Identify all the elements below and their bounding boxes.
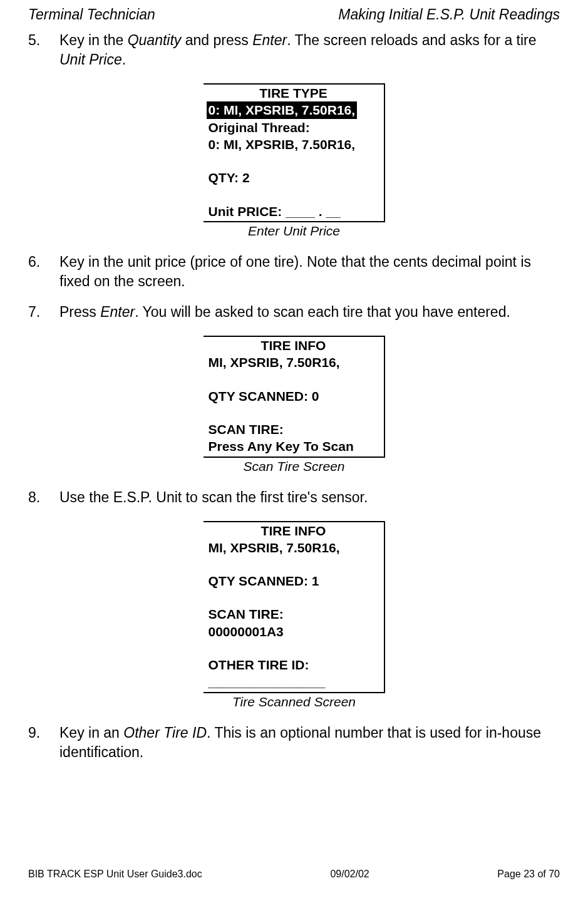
screen-line: SCAN TIRE: (204, 606, 384, 622)
screen-caption: Enter Unit Price (28, 224, 560, 239)
step-6: 6. Key in the unit price (price of one t… (28, 252, 560, 291)
screen-1-wrapper: TIRE TYPE 0: MI, XPSRIB, 7.50R16, Origin… (28, 83, 560, 239)
step-number: 5. (28, 31, 59, 70)
step-5: 5. Key in the Quantity and press Enter. … (28, 31, 560, 70)
footer-right: Page 23 of 70 (497, 869, 560, 880)
step-8: 8. Use the E.S.P. Unit to scan the first… (28, 488, 560, 507)
screen-2-wrapper: TIRE INFO MI, XPSRIB, 7.50R16, QTY SCANN… (28, 336, 560, 473)
screen-line: QTY SCANNED: 1 (204, 572, 384, 589)
footer-left: BIB TRACK ESP Unit User Guide3.doc (28, 869, 202, 880)
screen-line: Original Thread: (204, 119, 384, 136)
screen-tire-info-scan: TIRE INFO MI, XPSRIB, 7.50R16, QTY SCANN… (204, 336, 385, 457)
screen-title: TIRE INFO (204, 522, 384, 539)
step-7: 7. Press Enter. You will be asked to sca… (28, 302, 560, 322)
screen-tire-type: TIRE TYPE 0: MI, XPSRIB, 7.50R16, Origin… (204, 83, 385, 222)
step-text: Key in the unit price (price of one tire… (59, 252, 560, 291)
screen-line: QTY SCANNED: 0 (204, 388, 384, 405)
page-footer: BIB TRACK ESP Unit User Guide3.doc 09/02… (28, 869, 560, 880)
step-text: Key in the Quantity and press Enter. The… (59, 31, 560, 70)
screen-selected-line: 0: MI, XPSRIB, 7.50R16, (207, 101, 358, 118)
screen-line: 0: MI, XPSRIB, 7.50R16, (204, 136, 384, 153)
screen-line: MI, XPSRIB, 7.50R16, (204, 539, 384, 556)
screen-line: MI, XPSRIB, 7.50R16, (204, 354, 384, 371)
step-number: 6. (28, 252, 59, 291)
step-number: 8. (28, 488, 59, 507)
page-header: Terminal Technician Making Initial E.S.P… (28, 6, 560, 23)
screen-title: TIRE INFO (204, 337, 384, 354)
screen-line: OTHER TIRE ID: (204, 656, 384, 673)
screen-3-wrapper: TIRE INFO MI, XPSRIB, 7.50R16, QTY SCANN… (28, 521, 560, 709)
screen-line: 00000001A3 (204, 623, 384, 640)
screen-title: TIRE TYPE (204, 85, 384, 101)
screen-line: Unit PRICE: ____ . __ (204, 203, 384, 220)
screen-caption: Scan Tire Screen (28, 459, 560, 474)
screen-line: SCAN TIRE: (204, 421, 384, 438)
screen-line: QTY: 2 (204, 169, 384, 186)
screen-caption: Tire Scanned Screen (28, 694, 560, 709)
step-text: Key in an Other Tire ID. This is an opti… (59, 723, 560, 762)
step-9: 9. Key in an Other Tire ID. This is an o… (28, 723, 560, 762)
footer-center: 09/02/02 (330, 869, 369, 880)
header-left: Terminal Technician (28, 6, 155, 23)
screen-line: ________________ (204, 673, 384, 690)
step-text: Use the E.S.P. Unit to scan the first ti… (59, 488, 560, 507)
step-number: 7. (28, 302, 59, 322)
screen-tire-info-scanned: TIRE INFO MI, XPSRIB, 7.50R16, QTY SCANN… (204, 521, 385, 693)
step-number: 9. (28, 723, 59, 762)
step-text: Press Enter. You will be asked to scan e… (59, 302, 560, 322)
screen-line: Press Any Key To Scan (204, 438, 384, 455)
header-right: Making Initial E.S.P. Unit Readings (338, 6, 560, 23)
